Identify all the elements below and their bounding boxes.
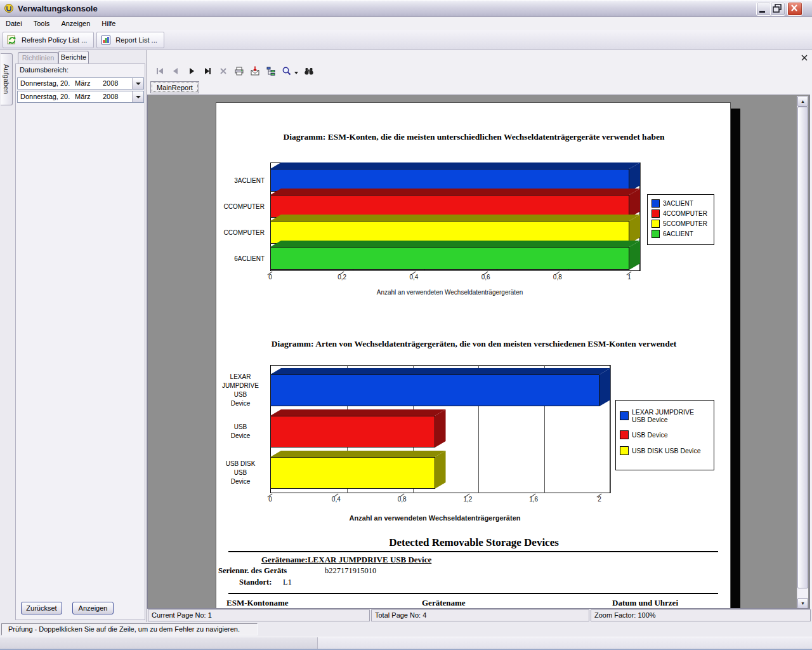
report-viewer-area: Detected Removable Storage Devices Gerät… — [147, 95, 810, 609]
serial-value: b227171915010 — [325, 566, 376, 576]
date-from-combo[interactable]: Donnerstag, 20.März2008 — [17, 77, 144, 90]
toggle-group-tree-icon[interactable] — [266, 66, 276, 76]
minimize-icon — [759, 11, 765, 13]
bar-3d-top-face — [270, 162, 640, 169]
axis-tick-label: 0,4 — [324, 496, 349, 503]
dropdown-caret-icon — [136, 96, 141, 98]
axis-tick-label: 1,6 — [521, 496, 546, 503]
zoom-dropdown-caret-icon[interactable] — [294, 72, 298, 74]
report-section-title: Detected Removable Storage Devices — [216, 536, 731, 549]
device-name-line: Gerätename:LEXAR JUMPDRIVE USB Device — [261, 555, 431, 565]
bottom-strip-right — [318, 637, 812, 649]
cancel-loading-icon[interactable] — [218, 66, 228, 76]
tab-mainreport[interactable]: MainReport — [150, 81, 199, 93]
vertical-scrollbar[interactable]: ▲ ▼ — [797, 96, 808, 609]
legend-entry: USB DISK USB Device — [620, 446, 710, 455]
date-month-segment: März — [75, 91, 103, 102]
restore-button[interactable] — [770, 2, 785, 16]
zoom-icon[interactable] — [282, 66, 292, 76]
titlebar: Verwaltungskonsole — [0, 0, 812, 17]
device-name-value: LEXAR JUMPDRIVE USB Device — [308, 555, 431, 564]
report-list-button[interactable]: Report List ... — [96, 32, 164, 48]
tab-berichte[interactable]: Berichte — [58, 51, 89, 63]
app-icon — [4, 3, 14, 13]
page-shadow — [731, 109, 740, 609]
print-icon[interactable] — [234, 66, 244, 76]
legend-entry: 5CCOMPUTER — [652, 220, 710, 228]
bar — [270, 375, 599, 406]
table-header: ESM-Kontoname — [226, 598, 289, 608]
search-text-icon[interactable] — [304, 66, 314, 76]
menu-item-datei[interactable]: Datei — [0, 17, 28, 30]
table-header: Gerätename — [422, 598, 466, 608]
menu-item-anzeigen[interactable]: Anzeigen — [55, 17, 96, 30]
tasks-vertical-tab[interactable]: Aufgaben — [1, 53, 13, 105]
bar — [270, 221, 629, 244]
category-label: 6ACLIENT — [216, 255, 265, 263]
axis-tick-label: 0 — [258, 496, 283, 503]
report-panel: MainReport Detected Removable Storage De… — [147, 50, 812, 622]
axis-title: Anzahl an verwendeten Wechseldatenträger… — [270, 289, 629, 296]
export-icon[interactable] — [250, 66, 260, 76]
divider — [228, 593, 718, 594]
legend-swatch — [620, 430, 629, 439]
refresh-policy-list-button[interactable]: Refresh Policy List ... — [3, 32, 94, 48]
tab-richtlinien[interactable]: Richtlinien — [18, 52, 58, 63]
legend-label: USB DISK USB Device — [632, 447, 707, 454]
bar-3d-side-face — [599, 368, 610, 406]
scrollbar-thumb[interactable] — [797, 107, 808, 588]
legend-swatch — [652, 230, 660, 238]
viewer-statusbar: Current Page No: 1Total Page No: 4Zoom F… — [147, 609, 812, 622]
sidebar: RichtlinienBerichte Datumsbereich: Donne… — [14, 50, 147, 622]
bar-3d-top-face — [270, 409, 446, 416]
application-window: Verwaltungskonsole DateiToolsAnzeigenHil… — [0, 0, 812, 650]
axis-tick-label: 0,2 — [329, 274, 355, 281]
axis-tick-label: 2 — [587, 496, 612, 503]
axis-tick-label: 0,4 — [401, 274, 426, 281]
tasks-tab-label: Aufgaben — [3, 64, 10, 94]
category-label: USB Device — [216, 423, 265, 441]
bar-3d-top-face — [270, 241, 640, 247]
scrollbar-down-button[interactable]: ▼ — [797, 598, 808, 609]
next-page-icon[interactable] — [187, 66, 197, 76]
minimize-button[interactable] — [756, 2, 771, 16]
bar-3d-top-face — [270, 215, 640, 221]
show-button[interactable]: Anzeigen — [72, 602, 114, 614]
bar — [270, 169, 629, 192]
axis-tick-label: 0,6 — [473, 274, 499, 281]
close-button[interactable] — [787, 2, 802, 16]
legend-label: 5CCOMPUTER — [663, 220, 710, 228]
bar-3d-side-face — [435, 451, 446, 489]
menu-item-hilfe[interactable]: Hilfe — [96, 17, 121, 30]
date-day-segment: Donnerstag, 20. — [18, 78, 75, 89]
close-report-panel-icon[interactable] — [801, 53, 808, 60]
bottom-status-strip — [0, 637, 812, 650]
category-label: LEXAR JUMPDRIVE USB Device — [216, 373, 265, 408]
date-from-dropdown-button[interactable] — [132, 78, 143, 89]
date-to-dropdown-button[interactable] — [132, 91, 143, 102]
menu-item-tools[interactable]: Tools — [28, 17, 56, 30]
legend-swatch — [652, 220, 660, 228]
scrollbar-up-button[interactable]: ▲ — [797, 96, 808, 107]
location-label: Standort: — [239, 578, 272, 587]
bottom-strip-left — [0, 637, 317, 649]
axis-title: Anzahl an verwendeten Wechseldatenträger… — [270, 514, 599, 522]
axis-tick-label: 0,8 — [390, 496, 415, 503]
table-header: Datum und Uhrzei — [612, 598, 678, 608]
date-to-combo[interactable]: Donnerstag, 20.März2008 — [17, 91, 144, 103]
category-label: CCOMPUTER — [216, 229, 265, 237]
previous-page-icon[interactable] — [171, 66, 181, 76]
category-label: CCOMPUTER — [216, 202, 265, 211]
reset-button[interactable]: Zurückset — [21, 602, 62, 614]
last-page-icon[interactable] — [202, 66, 213, 76]
bar-3d-top-face — [270, 451, 446, 457]
legend-entry: USB Device — [620, 430, 710, 439]
restore-icon — [771, 3, 783, 14]
goto-first-page-icon[interactable] — [155, 66, 165, 76]
legend-entry: 4CCOMPUTER — [652, 209, 710, 218]
report-page: Detected Removable Storage Devices Gerät… — [216, 102, 731, 609]
date-range-label: Datumsbereich: — [20, 66, 69, 74]
axis-tick-label: 1 — [617, 274, 642, 281]
bar-3d-top-face — [270, 368, 610, 375]
location-value: L1 — [283, 578, 292, 587]
